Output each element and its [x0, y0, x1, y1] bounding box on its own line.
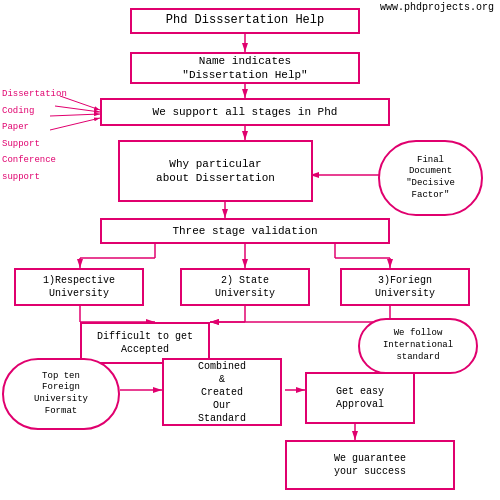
combined-box: Combined&CreatedOurStandard — [162, 358, 282, 426]
guarantee-box: We guaranteeyour success — [285, 440, 455, 490]
support-all-box: We support all stages in Phd — [100, 98, 390, 126]
top-ten-cloud: Top tenForeignUniversityFormat — [2, 358, 120, 430]
three-stage-box: Three stage validation — [100, 218, 390, 244]
get-easy-box: Get easyApproval — [305, 372, 415, 424]
label-support2: support — [2, 171, 67, 184]
name-indicates-box: Name indicates"Dissertation Help" — [130, 52, 360, 84]
label-support: Support — [2, 138, 67, 151]
final-document-cloud: FinalDocument"DecisiveFactor" — [378, 140, 483, 216]
international-cloud: We followInternationalstandard — [358, 318, 478, 374]
label-paper: Paper — [2, 121, 67, 134]
why-particular-box: Why particularabout Dissertation — [118, 140, 313, 202]
university2-box: 2) StateUniversity — [180, 268, 310, 306]
university3-box: 3)ForiegnUniversity — [340, 268, 470, 306]
website-label: www.phdprojects.org — [380, 2, 494, 13]
label-conference: Conference — [2, 154, 67, 167]
university1-box: 1)RespectiveUniversity — [14, 268, 144, 306]
left-labels-group: Dissertation Coding Paper Support Confer… — [2, 88, 67, 184]
phd-help-box: Phd Disssertation Help — [130, 8, 360, 34]
label-coding: Coding — [2, 105, 67, 118]
label-dissertation: Dissertation — [2, 88, 67, 101]
